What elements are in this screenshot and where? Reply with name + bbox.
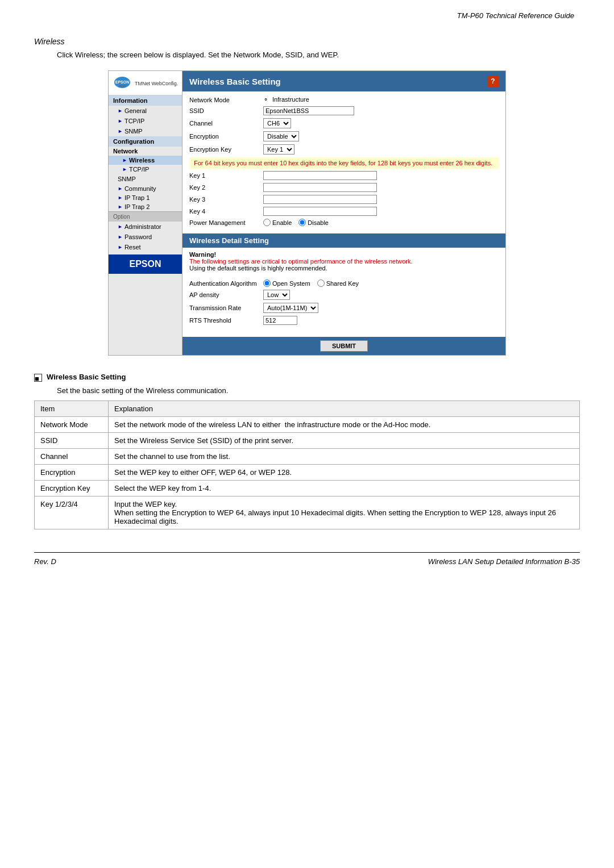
sidebar-item-snmp[interactable]: ► SNMP [109,126,182,136]
table-cell-explanation: Set the Wireless Service Set (SSID) of t… [109,433,580,449]
key1-row: Key 1 [189,171,499,180]
power-management-options: Enable Disable [263,219,499,226]
wireless-detail-form: Authentication Algorithm Open System Sha… [182,275,505,332]
key3-input-wrap [263,195,499,204]
sidebar-item-password[interactable]: ► Password [109,232,182,242]
sidebar-item-snmp2[interactable]: SNMP [109,174,182,184]
ap-density-label: AP density [189,291,263,298]
key1-input-wrap [263,171,499,180]
transmission-rate-row: Transmission Rate Auto(1M-11M) [189,303,499,313]
sidebar-item-community[interactable]: ► Community [109,184,182,193]
encryption-key-value: Key 1 [263,144,499,155]
wireless-detail-title: Wireless Detail Setting [189,236,269,245]
epson-logo-icon: EPSON POS [112,76,132,93]
power-disable-radio[interactable] [298,219,306,226]
key2-label: Key 2 [189,184,263,191]
wireless-basic-checkbox-label: ■ Wireless Basic Setting [34,373,580,382]
transmission-rate-value: Auto(1M-11M) [263,303,499,313]
arrow-icon: ► [122,157,127,163]
key2-input[interactable] [263,183,377,192]
warning-text: The following settings are critical to o… [189,258,499,265]
table-cell-explanation: Input the WEP key. When setting the Encr… [109,496,580,529]
wireless-basic-title: Wireless Basic Setting [189,77,281,86]
epson-brand-logo: EPSON [109,254,182,274]
ssid-value [263,106,499,115]
key4-row: Key 4 [189,207,499,216]
help-icon[interactable]: ? [487,76,499,87]
page-footer: Rev. D Wireless LAN Setup Detailed Infor… [34,552,580,566]
sidebar-item-tcpip2[interactable]: ► TCP/IP [109,165,182,174]
encryption-key-label: Encryption Key [189,146,263,153]
auth-open-option[interactable]: Open System [263,279,310,287]
sidebar-item-reset[interactable]: ► Reset [109,242,182,252]
arrow-icon: ► [118,224,123,229]
sidebar-information-header[interactable]: Information [109,95,182,106]
sidebar-option-header: Option [109,211,182,222]
sidebar-item-iptrap2[interactable]: ► IP Trap 2 [109,202,182,211]
channel-row: Channel CH6 [189,118,499,128]
arrow-icon: ► [118,108,123,114]
encryption-value: Disable [263,131,499,141]
arrow-icon: ► [118,118,123,124]
key3-row: Key 3 [189,195,499,204]
submit-bar: SUBMIT [182,337,505,355]
rts-threshold-value [263,316,499,325]
wireless-basic-form: Network Mode ⚬ Infrastructure SSID Chann… [182,91,505,233]
encryption-key-select[interactable]: Key 1 [263,144,294,155]
sidebar-item-general[interactable]: ► General [109,106,182,116]
key3-input[interactable] [263,195,377,204]
channel-value: CH6 [263,118,499,128]
key1-input[interactable] [263,171,377,180]
power-enable-radio[interactable] [263,219,271,226]
auth-shared-radio[interactable] [317,279,325,287]
footer-left: Rev. D [34,557,56,566]
sidebar-item-administrator[interactable]: ► Administrator [109,222,182,232]
main-panel: Wireless Basic Setting ? Network Mode ⚬ … [182,71,505,355]
wireless-detail-panel-header: Wireless Detail Setting [182,233,505,248]
arrow-icon: ► [118,244,123,250]
ssid-input[interactable] [263,106,354,115]
encryption-select[interactable]: Disable [263,131,299,141]
power-disable-option[interactable]: Disable [298,219,329,226]
section-intro: Click Wireless; the screen below is disp… [57,51,339,59]
ap-density-value: Low [263,290,499,300]
rts-threshold-label: RTS Threshold [189,317,263,324]
auth-shared-option[interactable]: Shared Key [317,279,359,287]
sidebar-item-tcpip[interactable]: ► TCP/IP [109,116,182,126]
warning-recommend: Using the default settings is highly rec… [189,265,499,272]
table-cell-explanation: Select the WEP key from 1-4. [109,481,580,496]
table-cell-item: Encryption Key [35,481,109,496]
encryption-row: Encryption Disable [189,131,499,141]
ssid-row: SSID [189,106,499,115]
ap-density-select[interactable]: Low [263,290,290,300]
rts-threshold-row: RTS Threshold [189,316,499,325]
sidebar-item-wireless[interactable]: ► Wireless [109,156,182,165]
power-enable-option[interactable]: Enable [263,219,292,226]
section-title: Wireless [34,37,65,46]
arrow-icon: ► [118,128,123,134]
wireless-basic-description: Set the basic setting of the Wireless co… [57,386,580,395]
table-cell-explanation: Set the WEP key to either OFF, WEP 64, o… [109,465,580,481]
ui-screenshot: EPSON POS TMNet WebConfig. Information ►… [108,70,506,356]
key3-label: Key 3 [189,196,263,203]
key2-row: Key 2 [189,183,499,192]
ap-density-row: AP density Low [189,290,499,300]
sidebar-configuration-header[interactable]: Configuration [109,136,182,147]
sidebar: EPSON POS TMNet WebConfig. Information ►… [109,71,182,355]
sidebar-item-iptrap1[interactable]: ► IP Trap 1 [109,193,182,202]
power-management-row: Power Management Enable Disable [189,219,499,226]
transmission-rate-select[interactable]: Auto(1M-11M) [263,303,318,313]
table-header-explanation: Explanation [109,401,580,417]
table-cell-item: SSID [35,433,109,449]
wireless-basic-table: Item Explanation Network ModeSet the net… [34,400,580,529]
rts-threshold-input[interactable] [263,316,297,325]
key4-input[interactable] [263,207,377,216]
auth-open-radio[interactable] [263,279,271,287]
svg-text:POS: POS [119,85,126,88]
submit-button[interactable]: SUBMIT [320,340,368,352]
encryption-key-row: Encryption Key Key 1 [189,144,499,155]
table-header-item: Item [35,401,109,417]
channel-select[interactable]: CH6 [263,118,291,128]
table-cell-item: Encryption [35,465,109,481]
table-cell-item: Channel [35,449,109,465]
